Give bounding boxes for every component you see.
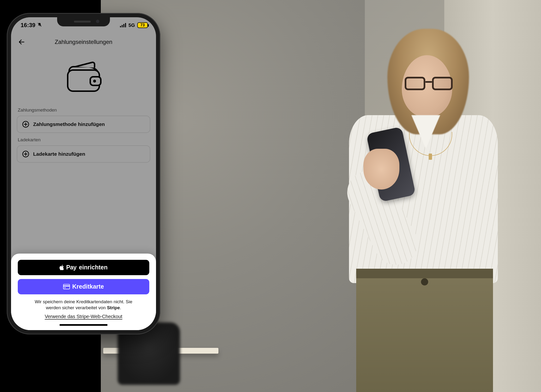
person-with-phone [320,29,503,392]
network-type: 5G [128,23,135,28]
stripe-disclaimer: Wir speichern deine Kreditkartendaten ni… [18,299,149,311]
add-charge-card-label: Ladekarte hinzufügen [33,151,85,157]
apple-pay-setup-label: einrichten [79,264,108,271]
svg-rect-7 [63,285,70,286]
background-photo [101,0,541,392]
apple-pay-setup-button[interactable]: Pay einrichten [18,260,149,275]
credit-card-icon [63,284,70,289]
app-header: Zahlungseinstellungen [11,33,156,51]
plus-circle-icon [22,121,29,128]
apple-pay-word: Pay [66,264,77,271]
battery-indicator: 73 [137,22,148,28]
payment-methods-label: Zahlungsmethoden [18,107,149,113]
plus-circle-icon [22,150,29,158]
charge-cards-label: Ladekarten [18,137,149,143]
status-time: 16:39 [21,22,35,29]
home-indicator[interactable] [60,324,108,326]
device-notch [57,17,110,26]
svg-rect-6 [63,284,70,289]
battery-percent: 73 [140,23,145,27]
credit-card-button[interactable]: Kreditkarte [18,279,149,294]
svg-rect-8 [64,287,66,288]
credit-card-label: Kreditkarte [72,283,104,290]
disclaimer-line1: Wir speichern deine Kreditkartendaten ni… [35,299,132,304]
cellular-signal-icon [120,23,126,27]
phone-screen: 16:39 5G 73 [11,17,156,330]
page-title: Zahlungseinstellungen [16,39,151,45]
add-payment-method-label: Zahlungsmethode hinzufügen [33,121,105,127]
wallet-illustration [17,53,150,103]
stripe-web-checkout-link[interactable]: Verwende das Stripe-Web-Checkout [18,314,149,319]
add-charge-card-button[interactable]: Ladekarte hinzufügen [17,145,150,163]
svg-point-3 [93,80,96,83]
wallet-icon [62,60,105,94]
silent-mode-icon [37,22,42,29]
phone-device-frame: 16:39 5G 73 [7,13,160,334]
add-payment-method-button[interactable]: Zahlungsmethode hinzufügen [17,116,150,133]
apple-logo-icon [60,264,65,271]
stripe-name: Stripe [107,305,120,310]
payment-method-sheet: Pay einrichten Kreditkarte Wir speichern… [11,254,156,330]
disclaimer-line2a: werden sicher verarbeitet von [46,305,107,310]
disclaimer-line2b: . [120,305,121,310]
